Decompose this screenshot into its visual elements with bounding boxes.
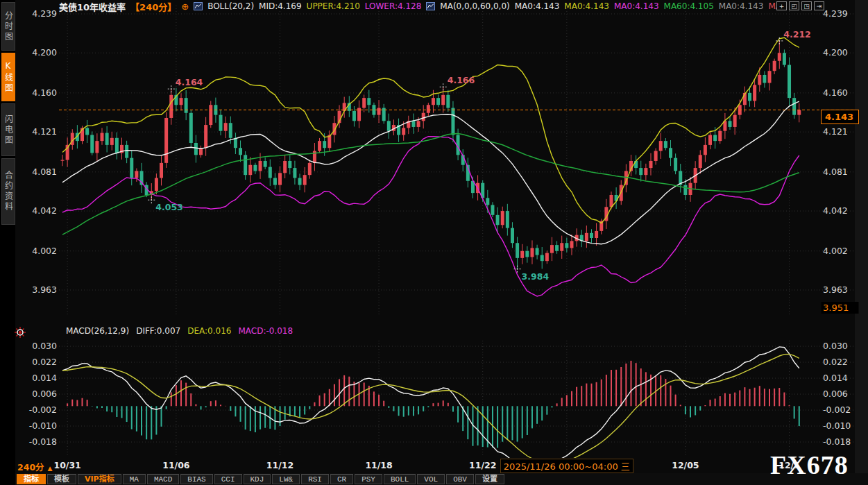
macd-header-row: MACD(26,12,9) DIFF:0.007 DEA:0.016 MACD:…	[66, 326, 293, 337]
macd-tick-right: -0.002	[823, 405, 851, 415]
toolbar-tab-template[interactable]: 模板	[47, 474, 76, 484]
price-tick-right: 4.160	[823, 87, 848, 98]
period-dropdown-arrow: ▲	[48, 465, 53, 472]
price-tick-left: 4.042	[32, 205, 57, 216]
price-tick-left: 4.239	[32, 8, 57, 19]
indicator-settings-icon[interactable]	[15, 327, 26, 338]
x-axis-date: 11/22	[469, 460, 496, 470]
selected-bar-timestamp: 2025/11/26 00:00~04:00 三	[500, 459, 633, 473]
price-tick-left: 4.002	[32, 246, 57, 256]
scale-low-label: 3.951	[823, 303, 849, 313]
extreme-price-label: 4.164	[176, 77, 203, 87]
fx678-watermark: FX678	[770, 450, 849, 480]
price-tick-left: 4.081	[32, 167, 57, 177]
toolbar-indicator-lw[interactable]: LW&	[272, 474, 300, 484]
annotation-layer: 4.1433.9514.0534.1644.1663.9844.212	[59, 29, 859, 314]
macd-tick-left: 0.014	[32, 373, 57, 383]
price-tick-right: 4.002	[823, 246, 848, 256]
exit-right-icon[interactable]: ⇥	[814, 1, 824, 10]
grid-layer	[59, 6, 855, 457]
extreme-price-label: 3.984	[522, 271, 550, 282]
overlay-lines-layer	[62, 37, 799, 296]
macd-tick-left: -0.002	[29, 405, 57, 415]
chart-tool-icons: + ◰ ◳ ⇥	[776, 1, 824, 10]
period-label[interactable]: 【240分】	[130, 0, 176, 13]
macd-tick-right: 0.022	[823, 357, 848, 367]
sidebar-tab-timeline[interactable]: 分时图	[1, 2, 15, 51]
ma2-value: MA0:4.143	[564, 1, 609, 11]
ma-indicator-icon[interactable]	[426, 2, 435, 10]
toolbar-settings-button[interactable]: 设置	[475, 474, 504, 484]
boll-indicator-icon[interactable]	[194, 2, 203, 10]
current-price-value: 4.143	[825, 112, 853, 122]
boll-upper-value: UPPER:4.210	[307, 1, 360, 11]
macd-tick-right: -0.010	[823, 420, 851, 431]
candlestick-layer	[61, 41, 801, 269]
ma3-value: MA0:4.143	[614, 1, 659, 11]
macd-dea-value: DEA:0.016	[187, 326, 231, 337]
macd-tick-right: 0.014	[823, 373, 848, 383]
extreme-marker	[440, 83, 447, 90]
toolbar-tab-indicator[interactable]: 指标	[17, 474, 46, 484]
macd-title: MACD(26,12,9)	[66, 326, 129, 337]
toolbar-indicator-boll[interactable]: BOLL	[384, 474, 416, 484]
toolbar-indicator-ma[interactable]: MA	[123, 474, 146, 484]
price-tick-right: 4.081	[823, 167, 848, 177]
boll-mid-value: MID:4.169	[259, 1, 302, 11]
app-window: 4.1433.9514.0534.1644.1663.9844.2124.239…	[0, 0, 868, 485]
price-tick-right: 4.121	[823, 126, 848, 137]
macd-lines-layer	[62, 347, 799, 470]
toolbar-indicator-cr[interactable]: CR	[330, 474, 353, 484]
macd-histogram-layer	[62, 361, 799, 448]
toolbar-indicator-psy[interactable]: PSY	[355, 474, 382, 484]
chart-type-sidebar: 分时图 K线图 闪电图 合约资料	[0, 0, 15, 485]
axis-pan-icon[interactable]: ◳	[801, 1, 812, 10]
x-axis-date: 11/12	[266, 460, 293, 470]
x-axis-date: 11/06	[162, 460, 189, 470]
price-tick-left: 4.160	[32, 87, 57, 98]
boll-label: BOLL(20,2)	[207, 1, 254, 11]
price-tick-right: 3.963	[823, 284, 848, 295]
toolbar-indicator-cci[interactable]: CCI	[214, 474, 242, 484]
macd-tick-left: -0.018	[29, 436, 57, 447]
extreme-marker	[514, 266, 521, 273]
toolbar-indicator-bias[interactable]: BIAS	[180, 474, 212, 484]
price-tick-left: 3.963	[32, 284, 57, 295]
sidebar-tab-flash[interactable]: 闪电图	[1, 103, 15, 156]
ma-group-label: MA(0,0,0,60,0,0)	[440, 1, 509, 11]
axis-labels-layer: 4.2394.2394.2004.2004.1604.1604.1214.121…	[29, 8, 851, 447]
symbol-title: 美债10年收益率	[59, 0, 126, 13]
price-tick-right: 4.239	[823, 8, 848, 19]
toolbar-indicator-vol[interactable]: VOL	[417, 474, 445, 484]
macd-tick-left: -0.010	[29, 420, 57, 431]
sidebar-tab-contract-info[interactable]: 合约资料	[1, 158, 15, 225]
toolbar-vip-indicator-button[interactable]: VIP指标	[78, 474, 121, 484]
toolbar-indicator-macd[interactable]: MACD	[147, 474, 179, 484]
price-tick-left: 4.121	[32, 126, 57, 137]
macd-diff-value: DIFF:0.007	[136, 326, 180, 337]
price-tick-right: 4.200	[823, 47, 848, 58]
period-selector[interactable]: 240分▲	[17, 460, 53, 473]
ma5-value: MA0:4.143	[719, 1, 764, 11]
toolbar-indicator-rsi[interactable]: RSI	[301, 474, 329, 484]
sidebar-tab-kline[interactable]: K线图	[1, 53, 15, 101]
x-axis-date: 11/18	[365, 460, 392, 470]
chart-canvas[interactable]: 4.1433.9514.0534.1644.1663.9844.2124.239…	[0, 0, 868, 485]
price-tick-right: 4.042	[823, 205, 848, 216]
chart-header: 美债10年收益率 【240分】 ⊕ BOLL(20,2) MID:4.169 U…	[59, 1, 781, 12]
x-axis-row: 240分▲ 10/3111/0611/1211/1811/2212/0512/1…	[0, 458, 868, 473]
x-axis-date: 12/05	[672, 460, 699, 470]
toolbar-indicator-obv[interactable]: OBV	[446, 474, 474, 484]
period-link-icon[interactable]: ⊕	[181, 2, 189, 11]
crosshair-icon[interactable]: +	[776, 1, 787, 10]
macd-value: MACD:-0.018	[238, 326, 293, 337]
macd-tick-left: 0.006	[32, 389, 57, 399]
macd-tick-left: 0.022	[32, 357, 57, 367]
axis-scale-icon[interactable]: ◰	[789, 1, 799, 10]
macd-tick-right: 0.030	[823, 341, 848, 351]
boll-lower-value: LOWER:4.128	[365, 1, 422, 11]
indicator-toolbar: 指标 模板 VIP指标 MAMACDBIASCCIKDJLW&RSICRPSYB…	[15, 473, 868, 485]
macd-tick-right: -0.018	[823, 436, 851, 447]
toolbar-indicator-kdj[interactable]: KDJ	[244, 474, 271, 484]
extreme-marker	[148, 196, 155, 203]
